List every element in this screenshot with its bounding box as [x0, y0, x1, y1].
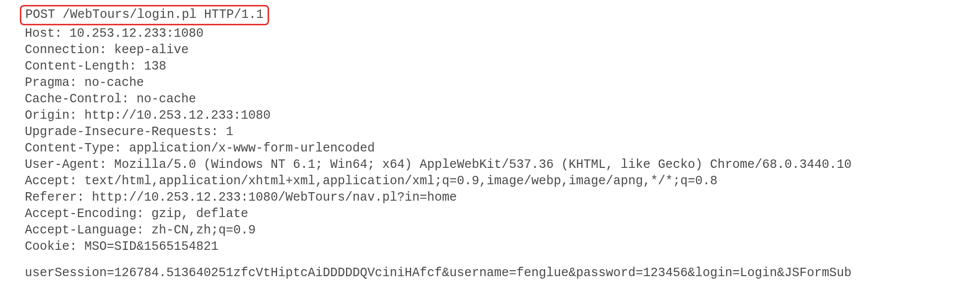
- header-connection[interactable]: Connection: keep-alive: [25, 42, 955, 58]
- header-cookie[interactable]: Cookie: MSO=SID&1565154821: [25, 238, 955, 255]
- header-accept[interactable]: Accept: text/html,application/xhtml+xml,…: [25, 173, 955, 189]
- request-line-row: POST /WebTours/login.pl HTTP/1.1: [25, 5, 955, 25]
- header-cache-control[interactable]: Cache-Control: no-cache: [25, 91, 955, 107]
- header-upgrade-insecure-requests[interactable]: Upgrade-Insecure-Requests: 1: [25, 124, 955, 140]
- header-host[interactable]: Host: 10.253.12.233:1080: [25, 25, 955, 42]
- request-line-highlight: POST /WebTours/login.pl HTTP/1.1: [20, 5, 269, 25]
- header-accept-encoding[interactable]: Accept-Encoding: gzip, deflate: [25, 206, 955, 222]
- header-referer[interactable]: Referer: http://10.253.12.233:1080/WebTo…: [25, 189, 955, 206]
- header-content-length[interactable]: Content-Length: 138: [25, 58, 955, 75]
- header-origin[interactable]: Origin: http://10.253.12.233:1080: [25, 107, 955, 124]
- header-pragma[interactable]: Pragma: no-cache: [25, 75, 955, 91]
- header-content-type[interactable]: Content-Type: application/x-www-form-url…: [25, 140, 955, 156]
- header-user-agent[interactable]: User-Agent: Mozilla/5.0 (Windows NT 6.1;…: [25, 156, 955, 173]
- request-body[interactable]: userSession=126784.513640251zfcVtHiptcAi…: [25, 265, 955, 281]
- header-accept-language[interactable]: Accept-Language: zh-CN,zh;q=0.9: [25, 222, 955, 238]
- blank-line: [25, 255, 955, 265]
- http-request-view: POST /WebTours/login.pl HTTP/1.1 Host: 1…: [25, 5, 955, 281]
- request-line[interactable]: POST /WebTours/login.pl HTTP/1.1: [25, 7, 264, 22]
